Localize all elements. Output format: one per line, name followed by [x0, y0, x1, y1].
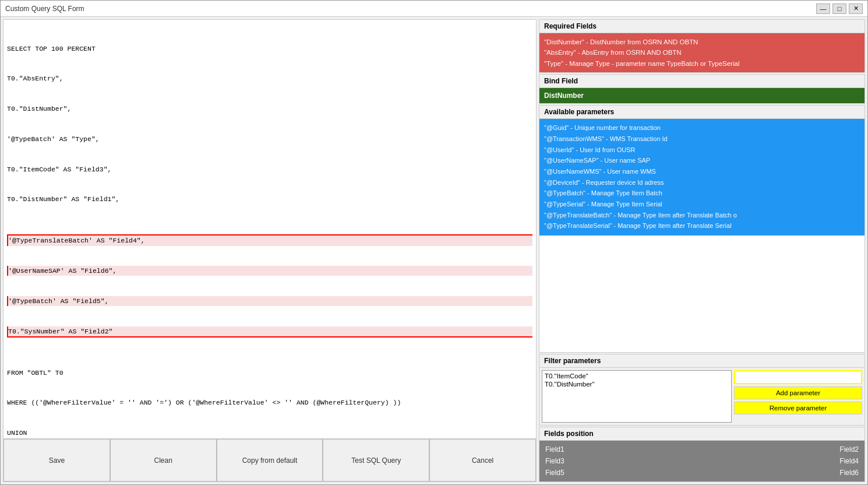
param-3: "@UserId" - User Id from OUSR: [544, 145, 860, 156]
param-8: "@TypeSerial" - Manage Type Item Serial: [544, 199, 860, 210]
fields-position-grid: Field1 Field2 Field3 Field4 Field5 Field…: [539, 441, 865, 482]
sql-line-6: T0."DistNumber" AS "Field1",: [7, 194, 532, 204]
left-panel: SELECT TOP 100 PERCENT T0."AbsEntry", T0…: [3, 19, 537, 482]
required-field-2: "AbsEntry" - AbsEntry from OSRN AND OBTN: [544, 47, 860, 58]
sql-line-5: T0."ItemCode" AS "Field3",: [7, 164, 532, 174]
param-2: "@TransactionWMS" - WMS Transaction Id: [544, 133, 860, 145]
copy-from-default-button[interactable]: Copy from default: [217, 439, 323, 482]
bottom-buttons-bar: Save Clean Copy from default Test SQL Qu…: [3, 438, 536, 482]
remove-parameter-button[interactable]: Remove parameter: [734, 402, 862, 414]
sql-line-4: '@TypeBatch' AS "Type",: [7, 134, 532, 144]
required-field-3: "Type" - Manage Type - parameter name Ty…: [544, 58, 860, 69]
window-controls: — □ ✕: [816, 3, 863, 14]
param-1: "@Guid" - Unique number for transaction: [544, 122, 860, 133]
clean-button[interactable]: Clean: [110, 439, 217, 482]
field-pos-field6: Field6: [703, 468, 861, 478]
maximize-button[interactable]: □: [832, 3, 846, 14]
required-fields-header: Required Fields: [539, 20, 865, 33]
sql-line-12: WHERE (('@WhereFilterValue' = '' AND '='…: [7, 398, 532, 407]
param-10: "@TypeTranslateSerial" - Manage Type Ite…: [544, 220, 860, 231]
minimize-button[interactable]: —: [816, 3, 830, 14]
filter-item-1: T0."ItemCode": [544, 372, 730, 380]
required-fields-section: Required Fields "DistNumber" - DistNumbe…: [539, 19, 865, 73]
filter-input[interactable]: [734, 370, 862, 384]
field-pos-field5: Field5: [543, 468, 701, 478]
required-field-1: "DistNumber" - DistNumber from OSRN AND …: [544, 37, 860, 47]
content-area: SELECT TOP 100 PERCENT T0."AbsEntry", T0…: [1, 17, 867, 484]
filter-item-2: T0."DistNumber": [544, 380, 730, 388]
param-5: "@UserNameWMS" - User name WMS: [544, 166, 860, 177]
sql-line-11: FROM "OBTL" T0: [7, 368, 532, 378]
sql-line-13: UNION: [7, 428, 532, 438]
save-button[interactable]: Save: [3, 439, 110, 482]
sql-line-3: T0."DistNumber",: [7, 104, 532, 114]
filter-params-content: T0."ItemCode" T0."DistNumber" Add parame…: [539, 368, 865, 425]
sql-line-9-highlighted: '@TypeBatch' AS "Field5",: [7, 296, 532, 306]
bind-field-value: DistNumber: [539, 88, 865, 103]
sql-line-2: T0."AbsEntry",: [7, 73, 532, 83]
fields-position-header: Fields position: [539, 427, 865, 441]
field-pos-field3: Field3: [543, 456, 701, 466]
field-pos-field4: Field4: [703, 456, 861, 466]
param-4: "@UserNameSAP" - User name SAP: [544, 155, 860, 166]
add-parameter-button[interactable]: Add parameter: [734, 386, 862, 399]
close-button[interactable]: ✕: [849, 3, 863, 14]
sql-editor[interactable]: SELECT TOP 100 PERCENT T0."AbsEntry", T0…: [3, 20, 536, 438]
field-pos-field1: Field1: [543, 444, 701, 455]
bind-field-header: Bind Field: [539, 75, 865, 88]
test-sql-button[interactable]: Test SQL Query: [323, 439, 429, 482]
window-title: Custom Query SQL Form: [5, 5, 84, 13]
param-9: "@TypeTranslateBatch" - Manage Type Item…: [544, 210, 860, 221]
fields-position-section: Fields position Field1 Field2 Field3 Fie…: [539, 427, 865, 482]
field-pos-field2: Field2: [703, 444, 861, 455]
filter-params-section: Filter parameters T0."ItemCode" T0."Dist…: [539, 354, 865, 426]
filter-controls: Add parameter Remove parameter: [734, 370, 862, 423]
sql-line-8-highlighted: '@UserNameSAP' AS "Field6",: [7, 266, 532, 276]
available-params-content: "@Guid" - Unique number for transaction …: [539, 119, 865, 236]
bind-field-section: Bind Field DistNumber: [539, 74, 865, 104]
available-params-header: Available parameters: [539, 106, 865, 119]
title-bar: Custom Query SQL Form — □ ✕: [1, 1, 867, 17]
param-7: "@TypeBatch" - Manage Type Item Batch: [544, 188, 860, 199]
filter-list[interactable]: T0."ItemCode" T0."DistNumber": [542, 370, 732, 423]
filter-params-header: Filter parameters: [539, 354, 865, 368]
sql-line-7-highlighted: '@TypeTranslateBatch' AS "Field4",: [7, 234, 532, 245]
sql-line-10-highlighted: T0."SysNumber" AS "Field2": [7, 326, 532, 338]
cancel-button[interactable]: Cancel: [429, 439, 536, 482]
main-window: Custom Query SQL Form — □ ✕ SELECT TOP 1…: [0, 0, 868, 485]
required-fields-content: "DistNumber" - DistNumber from OSRN AND …: [539, 33, 865, 72]
available-params-section: Available parameters "@Guid" - Unique nu…: [539, 105, 865, 353]
param-6: "@DeviceId" - Requester device Id adress: [544, 177, 860, 188]
right-panel: Required Fields "DistNumber" - DistNumbe…: [539, 19, 865, 482]
sql-line-1: SELECT TOP 100 PERCENT: [7, 44, 532, 54]
